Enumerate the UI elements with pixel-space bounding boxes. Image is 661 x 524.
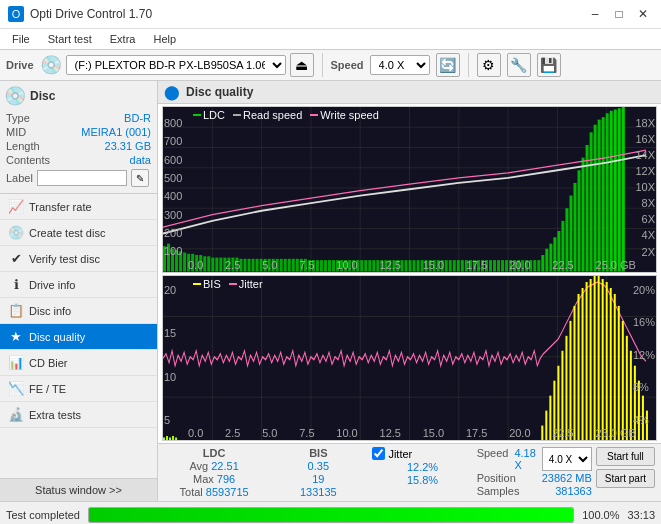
toolbar-separator2: [468, 53, 469, 77]
y-label: 20: [164, 284, 176, 296]
speed-select[interactable]: 4.0 X: [370, 55, 430, 75]
ldc-chart-svg: [163, 107, 656, 272]
svg-rect-161: [582, 287, 584, 440]
jitter-checkbox[interactable]: [372, 447, 385, 460]
y-label: 800: [164, 117, 182, 129]
refresh-button[interactable]: 🔄: [436, 53, 460, 77]
sidebar-item-extra-tests[interactable]: 🔬 Extra tests: [0, 402, 157, 428]
speed-stats-col: Speed 4.18 X 4.0 X Position 23862 MB Sam…: [477, 447, 592, 497]
sidebar-item-verify-test-disc[interactable]: ✔ Verify test disc: [0, 246, 157, 272]
cd-bier-icon: 📊: [8, 355, 24, 370]
progress-bar-container: Test completed 100.0% 33:13: [0, 501, 661, 524]
x-label: 20.0: [509, 259, 530, 271]
disc-type-value: BD-R: [124, 112, 151, 124]
jitter-legend-item: Jitter: [229, 278, 263, 290]
x-label: 2.5: [225, 259, 240, 271]
svg-rect-171: [622, 320, 624, 440]
read-speed-legend-item: Read speed: [233, 109, 302, 121]
progress-fill: [89, 508, 573, 522]
toolbar: Drive 💿 (F:) PLEXTOR BD-R PX-LB950SA 1.0…: [0, 50, 661, 81]
progress-track: [88, 507, 574, 523]
y-label: 400: [164, 190, 182, 202]
avg-label: Avg: [189, 460, 208, 472]
drive-label: Drive: [6, 59, 34, 71]
y-label: 8X: [635, 197, 655, 209]
y-label: 18X: [635, 117, 655, 129]
svg-rect-124: [590, 132, 593, 271]
speed-select-stats[interactable]: 4.0 X: [542, 447, 592, 471]
svg-rect-131: [618, 108, 621, 271]
sidebar-item-fe-te[interactable]: 📉 FE / TE: [0, 376, 157, 402]
settings-button[interactable]: ⚙: [477, 53, 501, 77]
toolbar-separator: [322, 53, 323, 77]
minimize-button[interactable]: –: [585, 6, 605, 22]
sidebar-item-disc-quality-label: Disc quality: [29, 331, 85, 343]
y-label: 700: [164, 135, 182, 147]
sidebar-item-transfer-rate[interactable]: 📈 Transfer rate: [0, 194, 157, 220]
menu-start-test[interactable]: Start test: [40, 31, 100, 47]
bis-legend-dot: [193, 283, 201, 285]
menu-file[interactable]: File: [4, 31, 38, 47]
eject-button[interactable]: ⏏: [290, 53, 314, 77]
svg-rect-172: [626, 335, 628, 440]
disc-label-edit-button[interactable]: ✎: [131, 169, 149, 187]
jitter-avg-value: 12.2%: [372, 461, 472, 473]
disc-contents-row: Contents data: [4, 153, 153, 167]
disc-type-row: Type BD-R: [4, 111, 153, 125]
bis-stats-col: BIS 0.35 19 133135: [268, 447, 368, 498]
info-button[interactable]: 🔧: [507, 53, 531, 77]
sidebar-item-disc-quality[interactable]: ★ Disc quality: [0, 324, 157, 350]
x-label: 0.0: [188, 427, 203, 439]
svg-rect-162: [586, 281, 588, 440]
chart2-y-right: 20% 16% 12% 8% 4%: [633, 284, 655, 427]
write-speed-legend-label: Write speed: [320, 109, 379, 121]
y-label: 300: [164, 209, 182, 221]
sidebar-item-cd-bier-label: CD Bier: [29, 357, 68, 369]
x-label: 5.0: [262, 259, 277, 271]
save-button[interactable]: 💾: [537, 53, 561, 77]
x-label: 17.5: [466, 259, 487, 271]
start-part-button[interactable]: Start part: [596, 469, 655, 488]
titlebar-controls: – □ ✕: [585, 6, 653, 22]
x-label: 10.0: [336, 259, 357, 271]
sidebar-item-disc-info[interactable]: 📋 Disc info: [0, 298, 157, 324]
sidebar-item-create-test-disc[interactable]: 💿 Create test disc: [0, 220, 157, 246]
x-label: 2.5: [225, 427, 240, 439]
sidebar-item-cd-bier[interactable]: 📊 CD Bier: [0, 350, 157, 376]
svg-rect-146: [163, 437, 165, 440]
disc-length-value: 23.31 GB: [105, 140, 151, 152]
verify-test-disc-icon: ✔: [8, 251, 24, 266]
create-test-disc-icon: 💿: [8, 225, 24, 240]
sidebar-item-drive-info[interactable]: ℹ Drive info: [0, 272, 157, 298]
maximize-button[interactable]: □: [609, 6, 629, 22]
drive-select[interactable]: (F:) PLEXTOR BD-R PX-LB950SA 1.06: [66, 55, 286, 75]
y-label: 10X: [635, 181, 655, 193]
disc-contents-value: data: [130, 154, 151, 166]
drive-info-icon: ℹ: [8, 277, 24, 292]
drive-icon: 💿: [40, 54, 62, 76]
bis-max-value: 19: [268, 473, 368, 485]
y-label: 16%: [633, 316, 655, 328]
disc-label-input[interactable]: [37, 170, 127, 186]
fe-te-icon: 📉: [8, 381, 24, 396]
svg-rect-159: [573, 305, 575, 440]
disc-mid-label: MID: [6, 126, 26, 138]
start-full-button[interactable]: Start full: [596, 447, 655, 466]
menu-help[interactable]: Help: [145, 31, 184, 47]
y-label: 200: [164, 227, 182, 239]
svg-rect-160: [578, 293, 580, 440]
chart1-x-axis: 0.0 2.5 5.0 7.5 10.0 12.5 15.0 17.5 20.0…: [188, 259, 636, 271]
sidebar-item-create-test-disc-label: Create test disc: [29, 227, 105, 239]
x-label: 22.5: [552, 427, 573, 439]
status-window-button[interactable]: Status window >>: [0, 478, 157, 501]
menu-extra[interactable]: Extra: [102, 31, 144, 47]
x-label: 5.0: [262, 427, 277, 439]
write-speed-legend-item: Write speed: [310, 109, 379, 121]
speed-key: Speed: [477, 447, 509, 471]
ldc-chart: LDC Read speed Write speed: [162, 106, 657, 273]
chart2-y-left: 20 15 10 5: [164, 284, 176, 427]
close-button[interactable]: ✕: [633, 6, 653, 22]
x-label: 7.5: [299, 427, 314, 439]
bis-stats-header: BIS: [268, 447, 368, 459]
disc-header: 💿 Disc: [4, 85, 153, 107]
